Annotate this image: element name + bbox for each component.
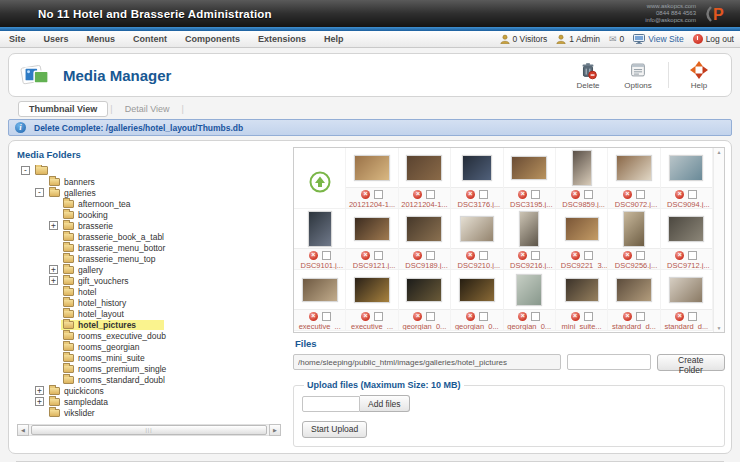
- file-checkbox[interactable]: [584, 190, 593, 199]
- file-name-link[interactable]: 20121204-1...: [399, 200, 449, 208]
- delete-file-icon[interactable]: ×: [413, 190, 422, 199]
- delete-file-icon[interactable]: ×: [518, 190, 527, 199]
- file-checkbox[interactable]: [636, 251, 645, 260]
- messages-status[interactable]: ✉ 0: [609, 34, 624, 44]
- delete-file-icon[interactable]: ×: [413, 251, 422, 260]
- tree-item-galleries[interactable]: -galleries: [15, 187, 283, 198]
- create-folder-button[interactable]: Create Folder: [657, 354, 725, 371]
- file-name-link[interactable]: standard_d...: [609, 322, 659, 330]
- tree-item-label[interactable]: rooms_georgian: [78, 342, 139, 352]
- start-upload-button[interactable]: Start Upload: [302, 421, 367, 438]
- file-checkbox[interactable]: [479, 251, 488, 260]
- file-thumbnail[interactable]: [623, 211, 645, 247]
- file-name-link[interactable]: executive_...: [295, 322, 345, 330]
- tree-item-label[interactable]: rooms_mini_suite: [78, 353, 145, 363]
- file-thumbnail[interactable]: [354, 277, 390, 303]
- file-thumbnail[interactable]: [616, 155, 652, 181]
- delete-file-icon[interactable]: ×: [309, 251, 318, 260]
- delete-file-icon[interactable]: ×: [623, 190, 632, 199]
- view-site-link[interactable]: View Site: [633, 34, 683, 44]
- file-checkbox[interactable]: [531, 251, 540, 260]
- file-checkbox[interactable]: [426, 251, 435, 260]
- tree-item-brasserie_menu_bottor[interactable]: brasserie_menu_bottor: [15, 242, 283, 253]
- file-checkbox[interactable]: [688, 190, 697, 199]
- tree-item-label[interactable]: hotel_pictures: [78, 320, 136, 330]
- plus-expander-icon[interactable]: +: [49, 265, 58, 274]
- file-checkbox[interactable]: [688, 312, 697, 321]
- file-checkbox[interactable]: [479, 190, 488, 199]
- tree-item-vikslider[interactable]: vikslider: [15, 407, 283, 418]
- tree-item-root[interactable]: -: [15, 165, 283, 176]
- file-thumbnail[interactable]: [354, 217, 390, 241]
- menu-item-components[interactable]: Components: [176, 31, 249, 48]
- file-checkbox[interactable]: [322, 312, 331, 321]
- menu-item-menus[interactable]: Menus: [78, 31, 125, 48]
- options-button[interactable]: Options: [616, 58, 660, 92]
- file-name-link[interactable]: 20121204-1...: [347, 200, 397, 208]
- tree-item-label[interactable]: hotel_history: [78, 298, 126, 308]
- delete-file-icon[interactable]: ×: [675, 190, 684, 199]
- tree-item-label[interactable]: brasserie: [78, 221, 113, 231]
- help-button[interactable]: Help: [677, 58, 721, 92]
- tree-item-quickicons[interactable]: +quickicons: [15, 385, 283, 396]
- tree-item-label[interactable]: rooms_executive_doub: [78, 331, 166, 341]
- file-thumbnail[interactable]: [406, 155, 442, 181]
- file-name-link[interactable]: _DSC3176.j...: [452, 200, 502, 208]
- delete-file-icon[interactable]: ×: [309, 312, 318, 321]
- delete-file-icon[interactable]: ×: [518, 312, 527, 321]
- file-name-link[interactable]: _DSC9712.j...: [661, 261, 711, 269]
- delete-file-icon[interactable]: ×: [571, 312, 580, 321]
- tree-item-label[interactable]: galleries: [64, 188, 96, 198]
- scroll-down-arrow-icon[interactable]: ▼: [717, 325, 722, 331]
- file-thumbnail[interactable]: [565, 217, 599, 241]
- tab-thumbnail-view[interactable]: Thumbnail View: [18, 101, 108, 117]
- file-name-link[interactable]: _DSC9094.j...: [661, 200, 711, 208]
- file-name-link[interactable]: georgian_0...: [452, 322, 502, 330]
- file-checkbox[interactable]: [426, 190, 435, 199]
- delete-file-icon[interactable]: ×: [466, 190, 475, 199]
- add-files-button[interactable]: Add files: [360, 395, 410, 412]
- file-thumbnail[interactable]: [669, 155, 703, 181]
- new-folder-name-input[interactable]: [567, 354, 651, 370]
- file-name-link[interactable]: _DSC9189.j...: [399, 261, 449, 269]
- delete-file-icon[interactable]: ×: [571, 190, 580, 199]
- tree-item-label[interactable]: brasserie_menu_top: [78, 254, 156, 264]
- scroll-up-arrow-icon[interactable]: ▲: [717, 149, 722, 155]
- file-checkbox[interactable]: [374, 251, 383, 260]
- plus-expander-icon[interactable]: +: [49, 276, 58, 285]
- tree-item-label[interactable]: rooms_premium_single: [78, 364, 166, 374]
- tree-item-brasserie_menu_top[interactable]: brasserie_menu_top: [15, 253, 283, 264]
- file-checkbox[interactable]: [374, 190, 383, 199]
- tree-item-label[interactable]: booking: [78, 210, 108, 220]
- file-thumbnail[interactable]: [669, 277, 703, 303]
- tree-item-label[interactable]: vikslider: [64, 408, 95, 418]
- file-thumbnail[interactable]: [459, 278, 495, 302]
- tree-item-label[interactable]: gift_vouchers: [78, 276, 129, 286]
- file-name-link[interactable]: _DSC9256.j...: [609, 261, 659, 269]
- file-thumbnail[interactable]: [354, 155, 390, 181]
- file-checkbox[interactable]: [322, 251, 331, 260]
- tree-item-hotel_layout[interactable]: hotel_layout: [15, 308, 283, 319]
- tree-item-label[interactable]: sampledata: [64, 397, 108, 407]
- file-thumbnail[interactable]: [406, 216, 442, 242]
- tree-item-gallery[interactable]: +gallery: [15, 264, 283, 275]
- tree-item-rooms_executive_doub[interactable]: rooms_executive_doub: [15, 330, 283, 341]
- file-thumbnail[interactable]: [572, 150, 592, 186]
- tree-item-hotel[interactable]: hotel: [15, 286, 283, 297]
- tree-item-label[interactable]: brasserie_book_a_tabl: [78, 232, 164, 242]
- file-checkbox[interactable]: [531, 190, 540, 199]
- file-checkbox[interactable]: [426, 312, 435, 321]
- minus-expander-icon[interactable]: -: [21, 166, 30, 175]
- file-thumbnail[interactable]: [511, 156, 547, 180]
- tree-item-gift_vouchers[interactable]: +gift_vouchers: [15, 275, 283, 286]
- file-name-link[interactable]: _DSC9221_3...: [557, 261, 607, 269]
- delete-file-icon[interactable]: ×: [361, 190, 370, 199]
- file-thumbnail[interactable]: [308, 211, 332, 247]
- scroll-right-arrow-icon[interactable]: ▶: [269, 424, 281, 436]
- tree-item-rooms_georgian[interactable]: rooms_georgian: [15, 341, 283, 352]
- menu-item-extensions[interactable]: Extensions: [249, 31, 315, 48]
- file-checkbox[interactable]: [584, 251, 593, 260]
- file-checkbox[interactable]: [479, 312, 488, 321]
- plus-expander-icon[interactable]: +: [49, 221, 58, 230]
- upload-file-input[interactable]: [302, 396, 360, 412]
